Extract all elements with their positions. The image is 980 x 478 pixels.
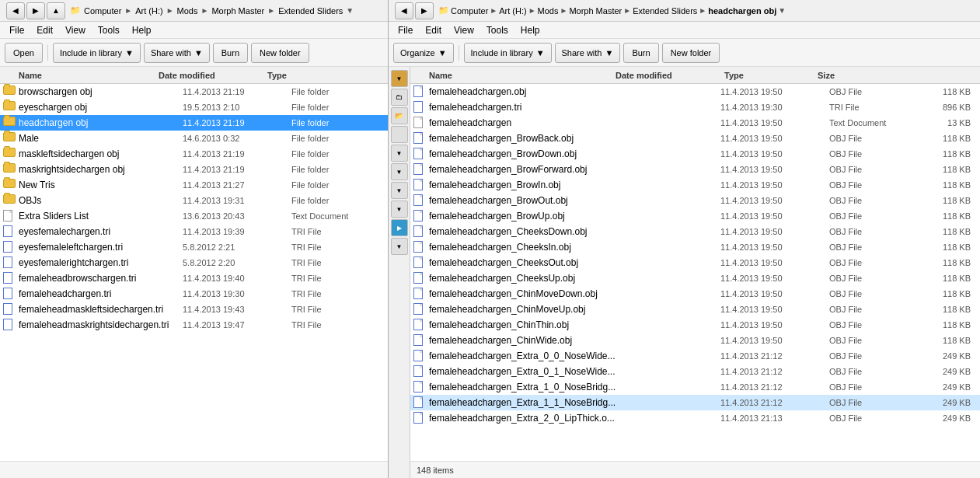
right-file-row[interactable]: femaleheadchargen_BrowIn.obj 11.4.2013 1… [410, 177, 980, 193]
right-menu-help[interactable]: Help [514, 23, 546, 37]
right-file-row[interactable]: femaleheadchargen_CheeksDown.obj 11.4.20… [410, 224, 980, 239]
right-file-row[interactable]: femaleheadchargen_ChinWide.obj 11.4.2013… [410, 333, 980, 348]
right-file-row[interactable]: femaleheadchargen_ChinMoveUp.obj 11.4.20… [410, 302, 980, 317]
right-addr-drive[interactable]: Art (H:) [499, 6, 526, 16]
right-file-row[interactable]: femaleheadchargen_Extra_1_1_NoseBridg...… [410, 395, 980, 410]
sidebar-icon-2[interactable]: 🗀 [391, 89, 408, 106]
left-menu-help[interactable]: Help [126, 23, 158, 37]
left-burn-button[interactable]: Burn [213, 43, 248, 63]
left-file-row[interactable]: maskrightsidechargen obj 11.4.2013 21:19… [0, 162, 388, 177]
right-file-row[interactable]: femaleheadchargen_BrowUp.obj 11.4.2013 1… [410, 208, 980, 224]
left-menu-edit[interactable]: Edit [30, 23, 59, 37]
sidebar-icon-3[interactable]: 📂 [391, 107, 408, 124]
right-include-library-button[interactable]: Include in library ▼ [464, 43, 552, 63]
sidebar-icon-8[interactable]: ▼ [391, 201, 408, 218]
left-addr-drive[interactable]: Art (H:) [135, 6, 162, 16]
sidebar-icon-10[interactable]: ▼ [391, 238, 408, 255]
right-menu-tools[interactable]: Tools [480, 23, 514, 37]
left-file-list[interactable]: browschargen obj 11.4.2013 21:19 File fo… [0, 84, 388, 461]
right-col-size[interactable]: Size [818, 71, 872, 80]
sidebar-icon-6[interactable]: ▼ [391, 163, 408, 180]
left-include-library-button[interactable]: Include in library ▼ [53, 43, 141, 63]
right-addr-headchargenobj[interactable]: headchargen obj [708, 6, 776, 16]
right-file-row[interactable]: femaleheadchargen_ChinMoveDown.obj 11.4.… [410, 286, 980, 302]
right-file-type: OBJ File [829, 87, 922, 96]
left-file-row[interactable]: Extra Sliders List 13.6.2013 20:43 Text … [0, 208, 388, 224]
left-file-row[interactable]: browschargen obj 11.4.2013 21:19 File fo… [0, 84, 388, 99]
right-burn-button[interactable]: Burn [623, 43, 658, 63]
left-menu-view[interactable]: View [59, 23, 92, 37]
right-addr-computer[interactable]: Computer [451, 6, 488, 16]
right-file-row[interactable]: femaleheadchargen_CheeksUp.obj 11.4.2013… [410, 270, 980, 286]
right-file-row[interactable]: femaleheadchargen_BrowForward.obj 11.4.2… [410, 162, 980, 177]
right-forward-button[interactable]: ▶ [415, 2, 434, 19]
left-back-button[interactable]: ◀ [6, 2, 25, 19]
sidebar-icon-4[interactable] [391, 126, 408, 143]
right-file-row[interactable]: femaleheadchargen_Extra_0_1_NoseWide... … [410, 364, 980, 379]
right-col-name[interactable]: Name [413, 71, 616, 80]
right-file-icon [413, 210, 426, 222]
left-file-row[interactable]: OBJs 11.4.2013 19:31 File folder [0, 193, 388, 208]
left-open-button[interactable]: Open [5, 43, 43, 63]
right-file-row[interactable]: femaleheadchargen_BrowBack.obj 11.4.2013… [410, 131, 980, 146]
sidebar-icon-5[interactable]: ▼ [391, 145, 408, 162]
left-col-name[interactable]: Name [3, 71, 159, 80]
right-file-icon [413, 334, 426, 347]
right-menu-edit[interactable]: Edit [419, 23, 448, 37]
left-forward-button[interactable]: ▶ [26, 2, 45, 19]
left-file-row[interactable]: eyesfemalerightchargen.tri 5.8.2012 2:20… [0, 255, 388, 270]
right-addr-mods[interactable]: Mods [538, 6, 559, 16]
left-file-row[interactable]: femaleheadmaskrightsidechargen.tri 11.4.… [0, 317, 388, 333]
left-addr-mods[interactable]: Mods [177, 6, 198, 16]
right-file-row[interactable]: femaleheadchargen_BrowDown.obj 11.4.2013… [410, 146, 980, 162]
right-col-type[interactable]: Type [724, 71, 818, 80]
right-file-row[interactable]: femaleheadchargen_Extra_1_0_NoseBridg...… [410, 379, 980, 395]
right-share-with-button[interactable]: Share with ▼ [555, 43, 621, 63]
right-back-button[interactable]: ◀ [395, 2, 413, 19]
right-new-folder-button[interactable]: New folder [662, 43, 720, 63]
right-file-row[interactable]: femaleheadchargen_CheeksOut.obj 11.4.201… [410, 255, 980, 270]
left-file-row[interactable]: femaleheadchargen.tri 11.4.2013 19:30 TR… [0, 286, 388, 302]
right-file-row[interactable]: femaleheadchargen_Extra_2_0_LipThick.o..… [410, 410, 980, 426]
left-col-date[interactable]: Date modified [159, 71, 267, 80]
right-menu-view[interactable]: View [448, 23, 480, 37]
left-menu-file[interactable]: File [3, 23, 30, 37]
left-file-row[interactable]: femaleheadbrowschargen.tri 11.4.2013 19:… [0, 270, 388, 286]
left-col-type[interactable]: Type [267, 71, 330, 80]
left-menu-tools[interactable]: Tools [92, 23, 126, 37]
left-addr-computer[interactable]: Computer [84, 6, 121, 16]
left-file-row[interactable]: maskleftsidechargen obj 11.4.2013 21:19 … [0, 146, 388, 162]
folder-icon [3, 194, 16, 204]
left-addr-extendedsliders[interactable]: Extended Sliders [278, 6, 343, 16]
file-name: maskrightsidechargen obj [19, 164, 183, 175]
right-file-row[interactable]: femaleheadchargen.tri 11.4.2013 19:30 TR… [410, 99, 980, 115]
right-file-row[interactable]: femaleheadchargen_BrowOut.obj 11.4.2013 … [410, 193, 980, 208]
sidebar-icon-9[interactable]: ▶ [391, 219, 408, 236]
left-share-with-button[interactable]: Share with ▼ [144, 43, 210, 63]
right-statusbar: 148 items [410, 461, 980, 478]
left-file-row[interactable]: Male 14.6.2013 0:32 File folder [0, 131, 388, 146]
sidebar-icon-7[interactable]: ▼ [391, 182, 408, 199]
left-file-row[interactable]: femaleheadmaskleftsidechargen.tri 11.4.2… [0, 302, 388, 317]
right-file-row[interactable]: femaleheadchargen_CheeksIn.obj 11.4.2013… [410, 239, 980, 255]
right-file-list[interactable]: femaleheadchargen.obj 11.4.2013 19:50 OB… [410, 84, 980, 461]
right-file-row[interactable]: femaleheadchargen.obj 11.4.2013 19:50 OB… [410, 84, 980, 99]
right-file-row[interactable]: femaleheadchargen_ChinThin.obj 11.4.2013… [410, 317, 980, 333]
left-new-folder-button[interactable]: New folder [251, 43, 309, 63]
right-addr-morphmaster[interactable]: Morph Master [569, 6, 622, 16]
left-up-button[interactable]: ▲ [47, 2, 65, 19]
right-file-row[interactable]: femaleheadchargen_Extra_0_0_NoseWide... … [410, 348, 980, 364]
right-organize-button[interactable]: Organize ▼ [393, 43, 454, 63]
right-col-date[interactable]: Date modified [616, 71, 724, 80]
left-file-row[interactable]: eyeschargen obj 19.5.2013 2:10 File fold… [0, 99, 388, 115]
left-file-row[interactable]: eyesfemalechargen.tri 11.4.2013 19:39 TR… [0, 224, 388, 239]
right-file-row[interactable]: femaleheadchargen 11.4.2013 19:50 Text D… [410, 115, 980, 131]
right-new-folder-label: New folder [671, 48, 712, 58]
left-file-row[interactable]: New Tris 11.4.2013 21:27 File folder [0, 177, 388, 193]
left-file-row[interactable]: eyesfemaleleftchargen.tri 5.8.2012 2:21 … [0, 239, 388, 255]
right-menu-file[interactable]: File [392, 23, 419, 37]
left-addr-morphmaster[interactable]: Morph Master [211, 6, 264, 16]
sidebar-icon-1[interactable]: ▼ [391, 70, 408, 87]
right-addr-extendedsliders[interactable]: Extended Sliders [633, 6, 697, 16]
left-file-row[interactable]: headchargen obj 11.4.2013 21:19 File fol… [0, 115, 388, 131]
